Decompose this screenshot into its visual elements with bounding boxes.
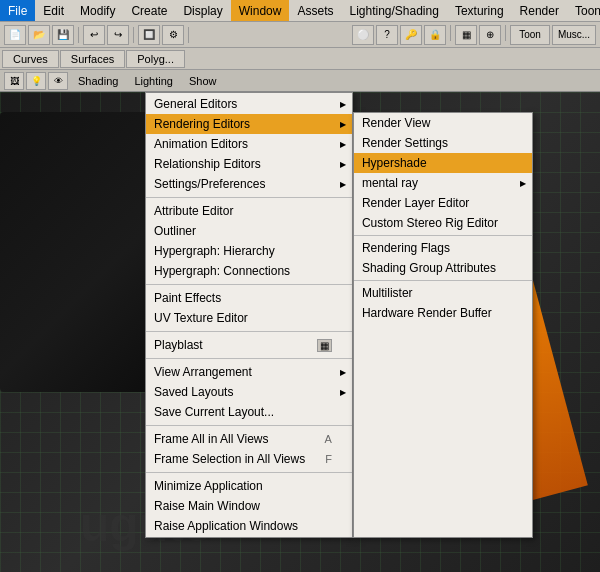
divider-1 [146, 197, 352, 198]
dropdown-minimize-app[interactable]: Minimize Application [146, 476, 352, 496]
dropdown-saved-layouts[interactable]: Saved Layouts [146, 382, 352, 402]
toolbar-key[interactable]: 🔑 [400, 25, 422, 45]
toolbar-sep4 [450, 25, 451, 41]
shading-icon1[interactable]: 🖼 [4, 72, 24, 90]
menu-assets[interactable]: Assets [289, 0, 341, 21]
window-dropdown: General Editors Rendering Editors Animat… [145, 92, 353, 538]
tab-row: Curves Surfaces Polyg... [0, 48, 600, 70]
lighting-label: Lighting [128, 74, 179, 88]
divider-4 [146, 358, 352, 359]
toolbar-open[interactable]: 📂 [28, 25, 50, 45]
toolbar-grid[interactable]: ▦ [455, 25, 477, 45]
show-label: Show [183, 74, 223, 88]
playblast-icon: ▦ [317, 339, 332, 352]
toolbar-new[interactable]: 📄 [4, 25, 26, 45]
menu-texturing[interactable]: Texturing [447, 0, 512, 21]
re-render-view[interactable]: Render View [354, 113, 532, 133]
re-divider-1 [354, 235, 532, 236]
shading-label: Shading [72, 74, 124, 88]
dropdown-paint-effects[interactable]: Paint Effects [146, 288, 352, 308]
toolbar-snap[interactable]: ⊕ [479, 25, 501, 45]
menu-render[interactable]: Render [512, 0, 567, 21]
dropdown-hypergraph-connections[interactable]: Hypergraph: Connections [146, 261, 352, 281]
shortcut-f: F [325, 453, 332, 465]
dropdown-section-2: Attribute Editor Outliner Hypergraph: Hi… [146, 200, 352, 282]
dark-object [0, 112, 160, 392]
re-hardware-render-buffer[interactable]: Hardware Render Buffer [354, 303, 532, 323]
dropdown-raise-main[interactable]: Raise Main Window [146, 496, 352, 516]
tab-curves[interactable]: Curves [2, 50, 59, 68]
toolbar-sep3 [188, 27, 189, 43]
toolbar-toon[interactable]: Toon [510, 25, 550, 45]
dropdown-playblast[interactable]: Playblast ▦ [146, 335, 352, 355]
shortcut-a: A [325, 433, 332, 445]
re-multilister[interactable]: Multilister [354, 283, 532, 303]
shading-row: 🖼 💡 👁 Shading Lighting Show [0, 70, 600, 92]
dropdown-section-view: View Arrangement Saved Layouts Save Curr… [146, 361, 352, 423]
dropdown-section-playblast: Playblast ▦ [146, 334, 352, 356]
dropdown-settings-prefs[interactable]: Settings/Preferences [146, 174, 352, 194]
dropdown-outliner[interactable]: Outliner [146, 221, 352, 241]
toolbar-save[interactable]: 💾 [52, 25, 74, 45]
dropdown-section-app: Minimize Application Raise Main Window R… [146, 475, 352, 537]
toolbar-sep1 [78, 27, 79, 43]
dropdown-section-1: General Editors Rendering Editors Animat… [146, 93, 352, 195]
menu-modify[interactable]: Modify [72, 0, 123, 21]
dropdown-view-arrangement[interactable]: View Arrangement [146, 362, 352, 382]
menu-bar: File Edit Modify Create Display Window A… [0, 0, 600, 22]
divider-6 [146, 472, 352, 473]
re-custom-stereo-rig[interactable]: Custom Stereo Rig Editor [354, 213, 532, 233]
menu-lighting[interactable]: Lighting/Shading [341, 0, 446, 21]
dropdown-frame-selection[interactable]: Frame Selection in All Views F [146, 449, 352, 469]
dropdown-frame-all[interactable]: Frame All in All Views A [146, 429, 352, 449]
dropdown-raise-app-windows[interactable]: Raise Application Windows [146, 516, 352, 536]
toolbar-btn7[interactable]: ⚙ [162, 25, 184, 45]
dropdown-general-editors[interactable]: General Editors [146, 94, 352, 114]
toolbar-btn4[interactable]: ↩ [83, 25, 105, 45]
rendering-editors-submenu: Render View Render Settings Hypershade m… [353, 112, 533, 538]
dropdown-container: General Editors Rendering Editors Animat… [145, 92, 533, 538]
dropdown-relationship-editors[interactable]: Relationship Editors [146, 154, 352, 174]
toolbar-btn6[interactable]: 🔲 [138, 25, 160, 45]
dropdown-save-current-layout[interactable]: Save Current Layout... [146, 402, 352, 422]
dropdown-section-frame: Frame All in All Views A Frame Selection… [146, 428, 352, 470]
divider-2 [146, 284, 352, 285]
menu-edit[interactable]: Edit [35, 0, 72, 21]
dropdown-hypergraph-hierarchy[interactable]: Hypergraph: Hierarchy [146, 241, 352, 261]
toolbar-sep5 [505, 25, 506, 41]
tab-surfaces[interactable]: Surfaces [60, 50, 125, 68]
dropdown-section-3: Paint Effects UV Texture Editor [146, 287, 352, 329]
menu-file[interactable]: File [0, 0, 35, 21]
shading-icon2[interactable]: 💡 [26, 72, 46, 90]
dropdown-rendering-editors[interactable]: Rendering Editors [146, 114, 352, 134]
re-render-settings[interactable]: Render Settings [354, 133, 532, 153]
menu-window[interactable]: Window [231, 0, 290, 21]
divider-3 [146, 331, 352, 332]
divider-5 [146, 425, 352, 426]
toolbar-row: 📄 📂 💾 ↩ ↪ 🔲 ⚙ ⚪ ? 🔑 🔒 ▦ ⊕ Toon Musc... [0, 22, 600, 48]
toolbar-sphere[interactable]: ⚪ [352, 25, 374, 45]
menu-create[interactable]: Create [123, 0, 175, 21]
dropdown-animation-editors[interactable]: Animation Editors [146, 134, 352, 154]
re-rendering-flags[interactable]: Rendering Flags [354, 238, 532, 258]
toolbar-musc[interactable]: Musc... [552, 25, 596, 45]
re-shading-group-attrs[interactable]: Shading Group Attributes [354, 258, 532, 278]
menu-toon[interactable]: Toon [567, 0, 600, 21]
re-mental-ray[interactable]: mental ray [354, 173, 532, 193]
main-viewport: uguts General Editors Rendering Editors … [0, 92, 600, 572]
tab-polygons[interactable]: Polyg... [126, 50, 185, 68]
toolbar-info[interactable]: ? [376, 25, 398, 45]
menu-display[interactable]: Display [175, 0, 230, 21]
dropdown-attribute-editor[interactable]: Attribute Editor [146, 201, 352, 221]
toolbar-lock[interactable]: 🔒 [424, 25, 446, 45]
re-hypershade[interactable]: Hypershade [354, 153, 532, 173]
toolbar-btn5[interactable]: ↪ [107, 25, 129, 45]
dropdown-uv-texture-editor[interactable]: UV Texture Editor [146, 308, 352, 328]
toolbar-sep2 [133, 27, 134, 43]
re-render-layer-editor[interactable]: Render Layer Editor [354, 193, 532, 213]
shading-icon3[interactable]: 👁 [48, 72, 68, 90]
re-divider-2 [354, 280, 532, 281]
